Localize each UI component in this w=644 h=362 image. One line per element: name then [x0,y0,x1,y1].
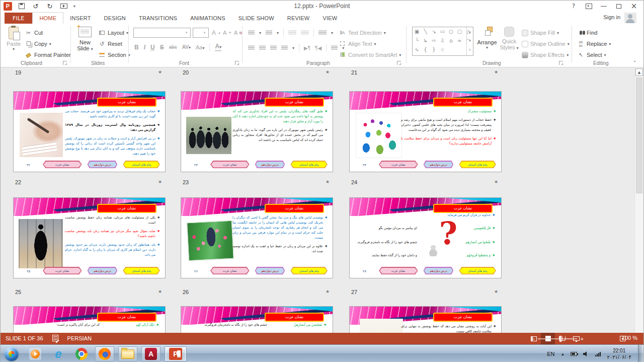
justify-icon[interactable] [281,46,288,50]
slide-thumbnail[interactable]: نشان عزت❖یکی از مسئولیت های مردان، همانن… [13,197,166,278]
paragraph-dialog-launcher-icon[interactable] [397,61,401,65]
battery-icon[interactable] [571,352,577,356]
decrease-font-icon[interactable]: A▼ [223,28,231,38]
shape-icon[interactable]: ☆ [438,45,447,54]
vertical-scrollbar[interactable]: ▲ [634,67,643,333]
shape-icon[interactable]: ↳ [421,36,430,45]
convert-smartart-button[interactable]: Convert to SmartArt▾ [339,50,401,60]
shapes-gallery-scrollbar[interactable]: ▲▼≡ [466,27,473,55]
shape-icon[interactable]: ╲ [421,27,430,36]
underline-button[interactable]: U [150,44,155,51]
decrease-indent-icon[interactable] [288,31,296,35]
zoom-slider[interactable] [538,338,577,339]
align-text-button[interactable]: Align Text▾ [339,39,376,49]
restore-icon[interactable] [611,1,626,12]
replace-button[interactable]: abac Replace▾ [577,39,611,49]
taskbar-internet-explorer[interactable]: e [49,346,68,361]
font-name-combo[interactable]: ▾ [133,28,191,38]
collapse-ribbon-icon[interactable]: ˄ [633,60,636,66]
tab-home[interactable]: HOME [32,12,63,24]
drawing-dialog-launcher-icon[interactable] [559,61,563,65]
slide-nav-button-blue[interactable]: درس دوازدهم [88,161,118,168]
scroll-up-icon[interactable]: ▲ [635,68,643,76]
clear-formatting-icon[interactable]: A [234,28,243,38]
align-center-icon[interactable] [259,46,266,50]
shape-icon[interactable]: └ [413,36,421,45]
copy-button[interactable]: Copy ▾ [25,39,51,49]
shape-icon[interactable]: ▣ [413,27,421,36]
increase-indent-icon[interactable] [301,31,309,35]
shape-icon[interactable]: ▢ [455,27,464,36]
paste-button[interactable]: Paste ▾ [3,26,25,51]
close-icon[interactable]: × [626,1,641,12]
find-button[interactable]: Find [577,28,597,38]
ltr-direction-icon[interactable]: ▶¶ [304,45,310,51]
shape-effects-button[interactable]: Shape Effects▾ [522,50,569,60]
ribbon-display-options-icon[interactable] [581,1,596,12]
numbering-icon[interactable] [266,31,272,35]
slide-nav-button-yellow[interactable]: پیام های آسمان [290,161,328,168]
shape-icon[interactable]: ⇩ [438,36,447,45]
font-dialog-launcher-icon[interactable] [235,61,239,65]
sign-in-link[interactable]: Sign in [603,14,620,20]
fit-to-window-icon[interactable] [620,336,625,341]
language-indicator[interactable]: EN [547,351,554,357]
bullets-icon[interactable] [248,31,255,35]
align-left-icon[interactable] [248,46,255,50]
shape-icon[interactable]: ⌂ [447,36,455,45]
zoom-in-icon[interactable]: + [580,336,583,342]
taskbar-powerpoint[interactable]: P [165,346,187,361]
columns-icon[interactable] [331,46,338,50]
slide-nav-button-pink[interactable]: نشان عزت [210,161,250,168]
tab-insert[interactable]: INSERT [63,13,97,24]
shape-icon[interactable]: } [430,45,438,54]
shape-icon[interactable]: ≈ [455,36,464,45]
hidden-icons-arrow-icon[interactable]: ▲ [561,352,565,356]
arrange-button[interactable]: Arrange ▾ [476,26,498,50]
tab-design[interactable]: DESIGN [98,13,132,24]
taskbar-explorer[interactable] [118,346,137,361]
slide-nav-button-pink[interactable]: نشان عزت [210,267,250,274]
align-right-icon[interactable] [270,46,277,50]
taskbar-firefox[interactable] [95,346,114,361]
shape-icon[interactable]: ↘ [430,27,438,36]
slide-thumbnail[interactable]: نشان عزت❖این آیات به روشنی نشان می دهد ک… [349,306,502,333]
taskbar-chrome[interactable] [72,346,91,361]
taskbar-acrobat[interactable]: A [141,346,160,361]
shapes-gallery[interactable]: ▣╲↘▭○▢△└↳⇨⇩⌂≈◠∿{}☆ ▲▼≡ [412,27,473,56]
slide-thumbnail[interactable]: نشان عزت❖خداوند در قرآن کریم می فرماید:❖… [349,197,502,278]
slide-thumbnail[interactable]: نشان عزت❖یَغضُضنَ مِن أبصارِهِنّچشم های … [181,306,333,333]
section-button[interactable]: Section▾ [98,50,130,60]
shape-outline-button[interactable]: Shape Outline▾ [522,39,570,49]
speaker-icon[interactable] [583,351,589,356]
zoom-out-icon[interactable]: − [532,336,535,342]
taskbar-clock[interactable]: 22:01 ۲۰۲۱/۰۶/۰۴ [607,347,631,361]
shape-icon[interactable]: ○ [447,27,455,36]
slide-nav-button-blue[interactable]: درس دوازدهم [255,267,285,274]
quick-styles-button[interactable]: Quick Styles ▾ [499,26,520,51]
slide-nav-button-blue[interactable]: درس دوازدهم [424,161,454,168]
shape-icon[interactable]: { [421,45,430,54]
slide-nav-button-blue[interactable]: درس دوازدهم [255,161,285,168]
tab-view[interactable]: VIEW [316,13,344,24]
slide-nav-button-yellow[interactable]: پیام های آسمان [459,267,496,274]
slide-thumbnail[interactable]: نشان عزت❖مسئولیت مشترک❖حفظ حجاب از دستور… [349,91,502,172]
slide-nav-button-pink[interactable]: نشان عزت [379,161,418,168]
font-color-button[interactable]: A▾ [215,43,221,51]
new-slide-button[interactable]: New Slide ▾ [74,26,96,52]
cut-button[interactable]: ✂ Cut [25,28,43,38]
shape-fill-button[interactable]: Shape Fill▾ [522,28,559,38]
character-spacing-button[interactable]: AV▾ [182,44,191,50]
text-direction-button[interactable]: ‖A Text Direction▾ [339,28,386,38]
slide-thumbnail[interactable]: نشان عزت❖پوشیدن لباس های تنگ و بدن نما، … [181,197,333,278]
slide-nav-button-yellow[interactable]: پیام های آسمان [123,267,160,274]
tab-review[interactable]: REVIEW [281,13,316,24]
show-desktop-button[interactable] [638,345,643,362]
tab-animations[interactable]: ANIMATIONS [184,13,232,24]
tab-transitions[interactable]: TRANSITIONS [132,13,184,24]
slide-nav-button-yellow[interactable]: پیام های آسمان [290,267,328,274]
slide-nav-button-pink[interactable]: نشان عزت [43,161,82,168]
line-spacing-icon[interactable] [318,31,327,35]
layout-button[interactable]: Layout▾ [98,28,128,38]
help-icon[interactable]: ? [566,1,581,12]
